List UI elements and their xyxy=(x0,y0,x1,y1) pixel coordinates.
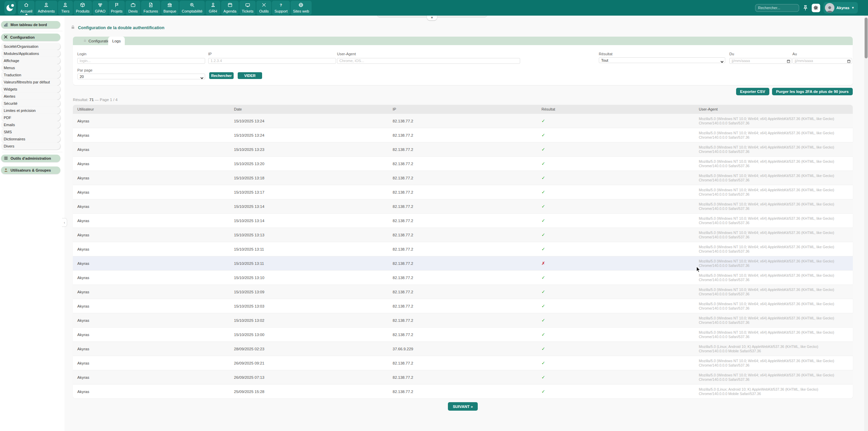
nav-item-devis[interactable]: Devis xyxy=(125,1,140,15)
nav-item-support[interactable]: ?Support xyxy=(272,1,290,15)
export-csv-button[interactable]: Exporter CSV xyxy=(736,88,769,95)
app-logo[interactable] xyxy=(4,1,16,15)
sidebar-item-label: Affichage xyxy=(4,59,19,63)
nav-item-label: Banque xyxy=(163,9,176,13)
expand-search-toggle[interactable]: ▼ xyxy=(427,15,437,20)
login-input[interactable] xyxy=(77,58,205,64)
invoice-icon xyxy=(148,2,153,9)
globe-icon xyxy=(298,2,303,9)
table-row[interactable]: Akyras15/10/2025 13:1882.138.77.2✓Mozill… xyxy=(73,171,853,185)
table-row[interactable]: Akyras15/10/2025 13:2482.138.77.2✓Mozill… xyxy=(73,128,853,142)
sidebar-item-menus[interactable]: Menus xyxy=(1,64,60,71)
sidebar-item-users-groups[interactable]: Utilisateurs & Groupes xyxy=(1,166,60,174)
cell-date: 15/10/2025 13:24 xyxy=(230,133,388,137)
cell-ip: 82.138.77.2 xyxy=(388,290,537,294)
nav-item-tickets[interactable]: Tickets xyxy=(239,1,256,15)
user-agent-input[interactable] xyxy=(337,58,520,64)
sidebar-item-traduction[interactable]: Traduction xyxy=(1,71,60,78)
sidebar-item-valeurs-filtres-tris-par-defaut[interactable]: Valeurs/filtres/tris par défaut xyxy=(1,78,60,85)
purge-logs-button[interactable]: Purger les logs 2FA de plus de 90 jours xyxy=(772,88,853,95)
nav-item-produits[interactable]: Produits xyxy=(74,1,92,15)
pin-icon[interactable] xyxy=(803,5,808,11)
table-row[interactable]: Akyras15/10/2025 13:2482.138.77.2✓Mozill… xyxy=(73,114,853,128)
table-header: Utilisateur Date IP Résultat User-Agent xyxy=(73,105,853,114)
date-to-input[interactable] xyxy=(792,58,852,64)
sidebar-collapse-handle[interactable]: ‹ xyxy=(62,218,67,227)
cell-ip: 37.66.9.229 xyxy=(388,347,537,351)
per-page-select[interactable]: 20 xyxy=(77,74,205,79)
sidebar-item-dictionnaires[interactable]: Dictionnaires xyxy=(1,135,60,142)
settings-gear-icon[interactable] xyxy=(812,4,820,12)
ip-input[interactable] xyxy=(208,58,336,64)
cell-ip: 82.138.77.2 xyxy=(388,190,537,194)
cell-user-agent: Mozilla/5.0 (Windows NT 10.0; Win64; x64… xyxy=(694,288,853,296)
nav-item-outils[interactable]: Outils xyxy=(256,1,271,15)
clear-button[interactable]: VIDER xyxy=(238,72,262,79)
page-scrollbar[interactable] xyxy=(864,16,868,431)
table-row[interactable]: Akyras15/10/2025 13:0282.138.77.2✓Mozill… xyxy=(73,313,853,327)
nav-item-sites-web[interactable]: Sites web xyxy=(291,1,312,15)
sidebar-item-configuration[interactable]: Configuration xyxy=(1,34,60,41)
result-select[interactable]: Tout xyxy=(599,57,725,63)
cell-result: ✓ xyxy=(537,232,694,237)
nav-item-tiers[interactable]: Tiers xyxy=(58,1,73,15)
table-row[interactable]: Akyras26/09/2025 09:2182.138.77.2✓Mozill… xyxy=(73,356,853,370)
nav-item-factures[interactable]: Factures xyxy=(141,1,160,15)
sidebar-item-pdf[interactable]: PDF xyxy=(1,114,60,121)
cell-date: 15/10/2025 13:03 xyxy=(230,304,388,308)
sidebar-item-widgets[interactable]: Widgets xyxy=(1,85,60,93)
next-page-button[interactable]: SUIVANT » xyxy=(448,402,477,411)
nav-item-banque[interactable]: Banque xyxy=(161,1,179,15)
sidebar-item-limites-et-precision[interactable]: Limites et précision xyxy=(1,107,60,114)
nav-item-agenda[interactable]: Agenda xyxy=(221,1,239,15)
search-button[interactable]: Rechercher xyxy=(209,72,234,79)
sidebar-item-label: Emails xyxy=(4,123,15,127)
cell-user: Akyras xyxy=(73,390,230,394)
sidebar-item-dashboard[interactable]: Mon tableau de bord xyxy=(1,21,60,28)
table-row[interactable]: Akyras15/10/2025 13:1482.138.77.2✓Mozill… xyxy=(73,213,853,228)
table-row[interactable]: Akyras15/10/2025 13:1382.138.77.2✓Mozill… xyxy=(73,228,853,242)
column-header-utilisateur[interactable]: Utilisateur xyxy=(73,107,230,111)
sidebar-item-alertes[interactable]: Alertes xyxy=(1,93,60,100)
user-menu[interactable]: Akyras ▼ xyxy=(824,2,858,14)
table-row[interactable]: Akyras15/10/2025 13:2082.138.77.2✓Mozill… xyxy=(73,156,853,171)
sidebar-item-emails[interactable]: Emails xyxy=(1,121,60,128)
sidebar-item-securite[interactable]: Sécurité xyxy=(1,100,60,107)
table-row[interactable]: Akyras25/09/2025 15:2882.138.77.2✓Mozill… xyxy=(73,384,853,398)
global-search-input[interactable] xyxy=(755,4,799,12)
column-header-date[interactable]: Date xyxy=(230,107,388,111)
scrollbar-thumb[interactable] xyxy=(865,18,868,58)
sidebar-item-divers[interactable]: Divers xyxy=(1,142,60,150)
table-row[interactable]: Akyras15/10/2025 13:1182.138.77.2✗Mozill… xyxy=(73,256,853,270)
table-row[interactable]: Akyras15/10/2025 13:0382.138.77.2✓Mozill… xyxy=(73,299,853,313)
column-header-resultat[interactable]: Résultat xyxy=(537,107,694,111)
table-row[interactable]: Akyras15/10/2025 13:2382.138.77.2✓Mozill… xyxy=(73,142,853,156)
sidebar-item-admin-tools[interactable]: Outils d'administration xyxy=(1,155,60,162)
table-row[interactable]: Akyras15/10/2025 13:1482.138.77.2✓Mozill… xyxy=(73,199,853,213)
date-from-input[interactable] xyxy=(729,58,792,64)
cell-user: Akyras xyxy=(73,119,230,123)
nav-item-projets[interactable]: Projets xyxy=(108,1,125,15)
nav-item-comptabilite[interactable]: Comptabilité xyxy=(179,1,205,15)
table-row[interactable]: Akyras15/10/2025 13:1782.138.77.2✓Mozill… xyxy=(73,185,853,199)
nav-item-label: GPAO xyxy=(95,9,105,13)
nav-item-adherents[interactable]: Adhérents xyxy=(35,1,57,15)
table-row[interactable]: Akyras15/10/2025 13:0982.138.77.2✓Mozill… xyxy=(73,285,853,299)
sidebar-item-modules-applications[interactable]: Modules/Applications xyxy=(1,50,60,57)
table-row[interactable]: Akyras28/09/2025 02:2337.66.9.229✓Mozill… xyxy=(73,341,853,356)
sidebar-item-societe-organisation[interactable]: Société/Organisation xyxy=(1,43,60,50)
table-row[interactable]: Akyras15/10/2025 13:0082.138.77.2✓Mozill… xyxy=(73,327,853,341)
column-header-user-agent[interactable]: User-Agent xyxy=(694,107,853,111)
nav-item-gpao[interactable]: GPAO xyxy=(93,1,108,15)
table-row[interactable]: Akyras26/09/2025 07:1382.138.77.2✓Mozill… xyxy=(73,370,853,384)
nav-item-grh[interactable]: GRH xyxy=(205,1,220,15)
cell-user-agent: Mozilla/5.0 (Windows NT 10.0; Win64; x64… xyxy=(694,216,853,225)
nav-item-accueil[interactable]: Accueil xyxy=(18,1,35,15)
sidebar-item-sms[interactable]: SMS xyxy=(1,128,60,135)
tab-logs[interactable]: Logs xyxy=(108,37,125,45)
table-row[interactable]: Akyras15/10/2025 13:1082.138.77.2✓Mozill… xyxy=(73,270,853,285)
sidebar-item-affichage[interactable]: Affichage xyxy=(1,57,60,64)
column-header-ip[interactable]: IP xyxy=(388,107,537,111)
svg-text:?: ? xyxy=(280,3,282,7)
table-row[interactable]: Akyras15/10/2025 13:1182.138.77.2✓Mozill… xyxy=(73,242,853,256)
